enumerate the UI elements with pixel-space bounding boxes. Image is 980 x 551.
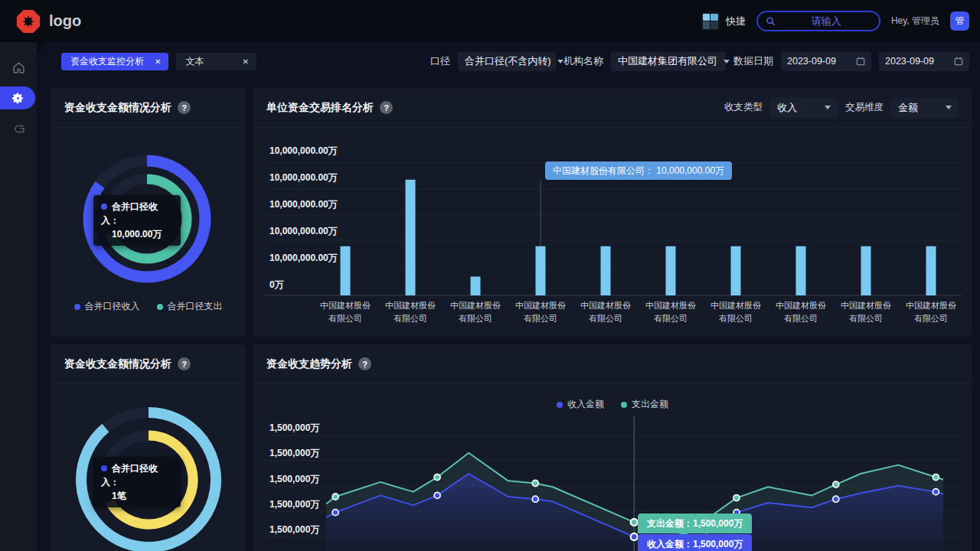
panel-income-expense-top: 资金收支金额情况分析 ? 合并口径收入： 10,000.00万 合并口径收入 合…	[51, 88, 246, 337]
svg-text:中国建材股份有限公司: 中国建材股份有限公司	[515, 301, 566, 323]
svg-text:10,000,000.00万: 10,000,000.00万	[270, 226, 338, 236]
legend-dot	[621, 402, 627, 408]
legend-dot	[557, 402, 563, 408]
help-icon[interactable]: ?	[178, 357, 191, 370]
svg-text:中国建材股份有限公司: 中国建材股份有限公司	[580, 301, 631, 323]
close-icon[interactable]: ✕	[155, 57, 161, 66]
scope-value: 合并口径(不含内转)	[465, 54, 551, 68]
logo: logo	[15, 8, 81, 34]
avatar[interactable]: 管	[950, 11, 969, 31]
search-input[interactable]	[782, 15, 871, 27]
sidebar-item-reports[interactable]	[0, 117, 37, 140]
svg-text:中国建材股份有限公司: 中国建材股份有限公司	[320, 301, 371, 323]
chart-tooltip: 合并口径收入： 1笔	[93, 457, 181, 507]
trend-tooltip-income: 收入金额：1,500,000万	[638, 534, 752, 551]
panel-title: 资金收支金额情况分析	[64, 101, 172, 115]
filter-tag-text[interactable]: 文本 ✕	[176, 53, 256, 70]
filter-bar: 资金收支监控分析 ✕ 文本 ✕ 口径 合并口径(不含内转) 机构名称 中国建材集…	[61, 51, 969, 71]
chevron-down-icon	[557, 60, 564, 64]
svg-text:1,500,000万: 1,500,000万	[270, 422, 319, 433]
date-input-end[interactable]: 2023-09-09	[879, 52, 969, 71]
tag-label: 资金收支监控分析	[70, 55, 144, 68]
series-dot	[101, 204, 107, 210]
date-label: 数据日期	[733, 54, 773, 68]
chart-tooltip: 合并口径收入： 10,000.00万	[93, 195, 181, 246]
org-select[interactable]: 中国建材集团有限公司	[611, 52, 726, 71]
dimension-select[interactable]: 金额	[891, 98, 959, 118]
chevron-down-icon	[724, 60, 730, 64]
svg-text:中国建材股份有限公司: 中国建材股份有限公司	[841, 301, 891, 323]
left-sidebar	[0, 42, 37, 551]
help-icon[interactable]: ?	[380, 101, 393, 114]
legend-expense[interactable]: 合并口径支出	[157, 300, 223, 313]
svg-text:中国建材股份有限公司: 中国建材股份有限公司	[645, 301, 696, 323]
svg-text:10,000,000.00万: 10,000,000.00万	[270, 253, 338, 263]
chevron-down-icon	[825, 106, 831, 109]
svg-text:中国建材股份有限公司: 中国建材股份有限公司	[385, 301, 436, 323]
svg-text:1,500,000万: 1,500,000万	[270, 524, 319, 535]
panel-income-expense-bottom: 资金收支金额情况分析 ? 合并口径收入： 1笔	[51, 344, 246, 551]
global-search[interactable]	[756, 11, 880, 31]
svg-text:1,500,000万: 1,500,000万	[270, 448, 319, 458]
close-icon[interactable]: ✕	[242, 57, 248, 66]
user-greeting: Hey, 管理员	[891, 15, 939, 28]
quick-label: 快捷	[726, 15, 746, 28]
svg-text:1,500,000万: 1,500,000万	[270, 474, 319, 484]
org-value: 中国建材集团有限公司	[618, 54, 717, 68]
gear-icon	[11, 92, 24, 105]
panel-trend: 资金收支趋势分析 ? 收入金额 支出金额 1,500,000万1,500,000…	[253, 344, 972, 551]
report-icon	[11, 122, 26, 136]
svg-text:10,000,000.00万: 10,000,000.00万	[270, 172, 338, 183]
svg-text:0万: 0万	[270, 279, 284, 290]
search-icon	[766, 15, 776, 27]
svg-text:10,000,000.00万: 10,000,000.00万	[270, 145, 338, 156]
svg-text:中国建材股份有限公司: 中国建材股份有限公司	[906, 301, 956, 323]
income-type-select[interactable]: 收入	[770, 98, 838, 118]
calendar-icon	[856, 57, 865, 66]
date-value: 2023-09-09	[787, 56, 836, 67]
svg-text:10,000,000.00万: 10,000,000.00万	[270, 199, 338, 210]
tag-label: 文本	[185, 55, 204, 68]
type-label: 收支类型	[724, 101, 763, 114]
legend-income-amount[interactable]: 收入金额	[557, 398, 604, 411]
chevron-down-icon	[946, 106, 952, 109]
org-label: 机构名称	[564, 54, 603, 68]
date-input-start[interactable]: 2023-09-09	[781, 52, 871, 71]
panel-title: 资金收支趋势分析	[266, 357, 352, 371]
panel-title: 单位资金交易排名分析	[266, 101, 374, 115]
svg-text:1,500,000万: 1,500,000万	[270, 499, 319, 510]
logo-icon	[15, 8, 41, 34]
panel-title: 资金收支金额情况分析	[64, 357, 172, 371]
series-dot	[101, 465, 107, 471]
bar-tooltip: 中国建材股份有限公司： 10,000,000.00万	[545, 161, 732, 180]
logo-text: logo	[49, 12, 81, 30]
svg-text:中国建材股份有限公司: 中国建材股份有限公司	[450, 301, 501, 323]
dimension-label: 交易维度	[845, 101, 884, 114]
grid-icon[interactable]	[701, 12, 720, 31]
calendar-icon	[954, 57, 963, 66]
scope-label: 口径	[430, 54, 450, 68]
legend-dot	[74, 304, 80, 310]
quick-launcher[interactable]: 快捷	[701, 12, 746, 31]
svg-text:中国建材股份有限公司: 中国建材股份有限公司	[776, 301, 826, 323]
main-content: 资金收支监控分析 ✕ 文本 ✕ 口径 合并口径(不含内转) 机构名称 中国建材集…	[37, 42, 980, 551]
trend-tooltip-expense: 支出金额：1,500,000万	[638, 514, 752, 533]
sidebar-item-home[interactable]	[0, 56, 37, 79]
legend-expense-amount[interactable]: 支出金额	[621, 398, 668, 411]
scope-select[interactable]: 合并口径(不含内转)	[458, 52, 556, 71]
sidebar-item-settings[interactable]	[0, 86, 35, 109]
home-icon	[11, 60, 26, 75]
svg-text:中国建材股份有限公司: 中国建材股份有限公司	[710, 301, 761, 323]
date-value: 2023-09-09	[885, 56, 934, 67]
help-icon[interactable]: ?	[178, 101, 191, 114]
legend-dot	[157, 304, 163, 310]
panel-unit-ranking: 单位资金交易排名分析 ? 收支类型 收入 交易维度 金额 10,000,000.…	[253, 88, 972, 337]
legend-income[interactable]: 合并口径收入	[74, 300, 140, 313]
help-icon[interactable]: ?	[358, 357, 371, 370]
filter-tag-active[interactable]: 资金收支监控分析 ✕	[61, 53, 168, 70]
top-header: logo 快捷 Hey, 管理员 管	[0, 0, 980, 42]
